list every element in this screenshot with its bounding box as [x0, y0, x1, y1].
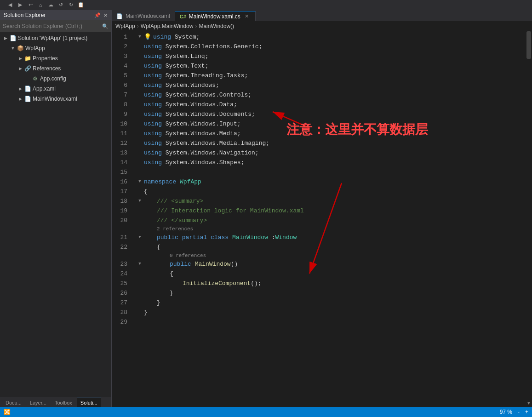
ln-7: 7	[112, 90, 131, 100]
appconfig-label: App.config	[40, 75, 109, 82]
code-line-11: using System.Windows.Media;	[135, 129, 526, 138]
references-icon: 🔗	[24, 65, 31, 72]
bottom-tab-solution[interactable]: Soluti...	[77, 398, 101, 407]
status-bar-left: 🔀	[4, 409, 11, 415]
vertical-scrollbar[interactable]: ▲ ▼	[526, 31, 532, 407]
code-line-17: {	[135, 187, 526, 196]
bottom-tab-documents[interactable]: Docu...	[2, 398, 25, 407]
line-numbers: 1 2 3 4 5 6 7 8 9 10 11 12 13 14 15 16 1…	[112, 31, 135, 407]
ln-27: 27	[112, 298, 131, 308]
ln-24: 24	[112, 269, 131, 279]
appxaml-label: App.xaml	[33, 86, 109, 92]
back-button[interactable]: ◀	[6, 1, 15, 9]
code-line-5: using System.Threading.Tasks;	[135, 71, 526, 80]
properties-expander[interactable]: ▶	[17, 55, 24, 62]
scroll-thumb[interactable]	[526, 31, 531, 59]
search-input[interactable]	[3, 23, 100, 29]
tree-item-properties[interactable]: ▶ 📁 Properties	[0, 53, 111, 63]
git-branch-item[interactable]: 🔀	[4, 409, 11, 415]
zoom-minus[interactable]: -	[518, 409, 520, 415]
code-line-4: using System.Text;	[135, 61, 526, 71]
code-line-ref-hint2: 0 references	[135, 252, 526, 259]
zoom-plus[interactable]: +	[525, 409, 528, 415]
tab-label-cs: MainWindow.xaml.cs	[189, 13, 240, 20]
fold-1[interactable]: ▼	[137, 34, 143, 40]
tab-mainwindow-xaml[interactable]: 📄 MainWindow.xaml	[112, 11, 175, 21]
code-line-9: using System.Windows.Documents;	[135, 109, 526, 119]
ln-16: 16	[112, 177, 131, 187]
fold-23[interactable]: ▼	[137, 261, 143, 268]
code-line-29	[135, 317, 526, 327]
breadcrumb-project[interactable]: WpfApp	[115, 23, 135, 29]
code-line-20: /// </summary>	[135, 216, 526, 225]
close-icon[interactable]: ✕	[103, 12, 108, 18]
ln-20: 20	[112, 216, 131, 225]
home-button[interactable]: ⌂	[36, 1, 45, 9]
project-expander[interactable]: ▼	[9, 45, 17, 52]
ln-17: 17	[112, 187, 131, 196]
tab-mainwindow-xaml-cs[interactable]: C# MainWindow.xaml.cs ✕	[175, 11, 256, 21]
expander-icon[interactable]: ▶	[2, 34, 9, 42]
refresh-button[interactable]: ↺	[56, 1, 65, 9]
tab-bar: 📄 MainWindow.xaml C# MainWindow.xaml.cs …	[112, 10, 532, 21]
solution-tree: ▶ 📄 Solution 'WpfApp' (1 project) ▼ 📦 Wp…	[0, 32, 111, 397]
tree-item-appconfig[interactable]: ⚙ App.config	[0, 74, 111, 84]
bottom-tab-layers[interactable]: Layer...	[26, 398, 50, 407]
appxaml-expander[interactable]: ▶	[17, 85, 24, 92]
fold-21[interactable]: ▼	[137, 234, 143, 241]
ln-22: 22	[112, 242, 131, 252]
fold-16[interactable]: ▼	[137, 179, 143, 185]
fold-18[interactable]: ▼	[137, 198, 143, 205]
redo-button[interactable]: ↻	[66, 1, 75, 9]
scroll-down-button[interactable]: ▼	[526, 400, 532, 407]
forward-button[interactable]: ▶	[16, 1, 25, 9]
solution-label: Solution 'WpfApp' (1 project)	[18, 35, 109, 41]
kw-using-1: using	[153, 32, 171, 42]
bottom-tab-toolbox[interactable]: Toolbox	[51, 398, 76, 407]
tree-item-appxaml[interactable]: ▶ 📄 App.xaml	[0, 84, 111, 94]
code-line-26: }	[135, 288, 526, 298]
clipboard-button[interactable]: 📋	[76, 1, 86, 9]
ln-25: 25	[112, 279, 131, 288]
mainwindow-icon: 📄	[24, 95, 31, 103]
tab-close-button[interactable]: ✕	[243, 13, 251, 20]
main-layout: Solution Explorer 📌 ✕ 🔍 ▶ 📄 Solution 'Wp…	[0, 10, 532, 407]
references-expander[interactable]: ▶	[17, 65, 24, 72]
solution-icon: 📄	[9, 34, 17, 42]
code-line-15	[135, 167, 526, 177]
ln-5: 5	[112, 71, 131, 80]
code-line-ref-hint: 2 references	[135, 225, 526, 233]
nav-toolbar: ◀ ▶ ↩ ⌂ ☁ ↺ ↻ 📋	[4, 0, 528, 11]
ln-13: 13	[112, 148, 131, 158]
breadcrumb-member[interactable]: MainWindow()	[199, 23, 234, 29]
appconfig-expander	[24, 75, 31, 82]
code-line-24: {	[135, 269, 526, 279]
ln-18: 18	[112, 196, 131, 206]
mainwindow-expander[interactable]: ▶	[17, 95, 24, 103]
fold-2	[137, 44, 143, 50]
ln-ref-hint2	[112, 252, 131, 259]
breadcrumb-namespace[interactable]: WpfApp.MainWindow	[141, 23, 194, 29]
tree-item-mainwindow[interactable]: ▶ 📄 MainWindow.xaml	[0, 94, 111, 104]
tree-item-project[interactable]: ▼ 📦 WpfApp	[0, 43, 111, 53]
ln-12: 12	[112, 138, 131, 148]
zoom-level[interactable]: 97 %	[500, 409, 512, 415]
ln-1: 1	[112, 32, 131, 42]
panel-title-bar-right: 📌 ✕	[94, 12, 108, 18]
code-line-8: using System.Windows.Data;	[135, 100, 526, 109]
ln-19: 19	[112, 206, 131, 216]
status-bar: 🔀 97 % - +	[0, 407, 532, 417]
tree-item-solution[interactable]: ▶ 📄 Solution 'WpfApp' (1 project)	[0, 33, 111, 43]
ln-2: 2	[112, 42, 131, 51]
undo-button[interactable]: ↩	[26, 1, 35, 9]
pin-icon[interactable]: 📌	[94, 12, 101, 18]
cloud-button[interactable]: ☁	[46, 1, 55, 9]
ln-21: 21	[112, 233, 131, 242]
code-line-3: using System.Linq;	[135, 51, 526, 61]
ln-8: 8	[112, 100, 131, 109]
tree-item-references[interactable]: ▶ 🔗 References	[0, 63, 111, 74]
code-line-28: }	[135, 308, 526, 317]
properties-label: Properties	[33, 55, 109, 62]
code-line-25: InitializeComponent();	[135, 279, 526, 288]
code-content[interactable]: ▼ 💡 using System; using System.Collectio…	[135, 31, 526, 407]
